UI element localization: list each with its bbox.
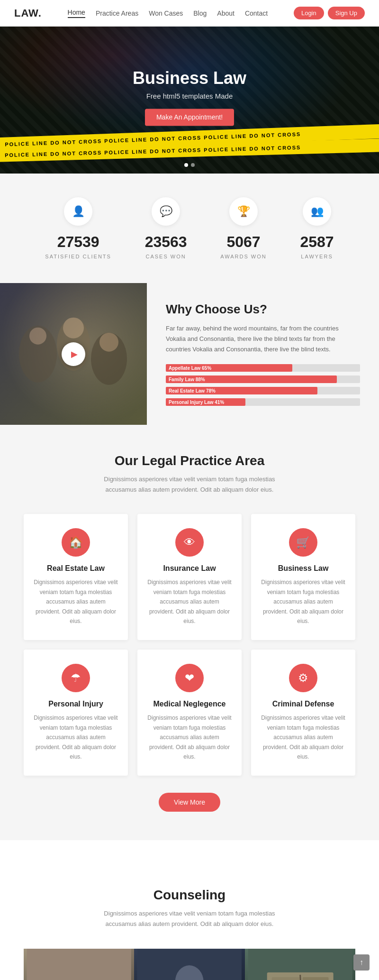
practice-subtitle: Dignissimos asperiores vitae velit venia… <box>90 474 289 495</box>
appellate-label: Appellate Law 65% <box>169 366 211 371</box>
criminal-icon: ⚙ <box>289 664 317 692</box>
awards-icon: 🏆 <box>229 197 258 226</box>
cases-icon: 💬 <box>152 197 180 226</box>
nav-blog[interactable]: Blog <box>193 9 207 17</box>
counseling-subtitle: Dignissimos asperiores vitae velit venia… <box>90 908 289 929</box>
personal-injury-title: Personal Injury <box>33 700 118 708</box>
nav-buttons: Login Sign Up <box>294 7 365 19</box>
cases-label: CASES WON <box>145 254 187 259</box>
card-insurance: 👁 Insurance Law Dignissimos asperiores v… <box>137 514 242 640</box>
play-button[interactable] <box>62 342 85 366</box>
svg-rect-10 <box>27 949 131 980</box>
progress-family: Family Law 88% <box>166 376 360 383</box>
why-title: Why Choose Us? <box>166 302 360 317</box>
awards-number: 5067 <box>220 233 266 251</box>
medical-desc: Dignissimos asperiores vitae velit venia… <box>147 713 232 761</box>
counseling-title: Counseling <box>24 888 355 903</box>
hero-subtitle: Free html5 templates Made <box>133 92 246 100</box>
nav-contact[interactable]: Contact <box>245 9 268 17</box>
counsel-bg-2 <box>134 949 244 980</box>
svg-rect-14 <box>137 949 242 980</box>
card-real-estate: 🏠 Real Estate Law Dignissimos asperiores… <box>24 514 128 640</box>
progress-bars: Appellate Law 65% Family Law 88% Real Es… <box>166 364 360 406</box>
personal-injury-icon: ☂ <box>62 664 90 692</box>
realestate-label: Real Estate Law 78% <box>169 388 216 394</box>
view-more-button[interactable]: View More <box>159 793 220 812</box>
criminal-desc: Dignissimos asperiores vitae velit venia… <box>261 713 346 761</box>
svg-point-4 <box>29 328 46 345</box>
practice-cards: 🏠 Real Estate Law Dignissimos asperiores… <box>24 514 355 776</box>
insurance-title: Insurance Law <box>147 564 232 573</box>
business-icon: 🛒 <box>289 528 317 557</box>
lawyers-number: 2587 <box>300 233 334 251</box>
family-label: Family Law 88% <box>169 377 205 382</box>
svg-rect-20 <box>248 949 352 980</box>
lawyers-icon: 👥 <box>303 197 331 226</box>
awards-label: AWARDS WON <box>220 254 266 259</box>
real-estate-desc: Dignissimos asperiores vitae velit venia… <box>33 577 118 626</box>
real-estate-icon: 🏠 <box>62 528 90 557</box>
nav-links: Home Practice Areas Won Cases Blog About… <box>68 9 268 18</box>
hero-content: Business Law Free html5 templates Made M… <box>133 68 246 126</box>
nav-home[interactable]: Home <box>68 9 85 18</box>
hero-title: Business Law <box>133 68 246 88</box>
counseling-cards: Business Business CEO: John Doe Legal <box>24 949 355 980</box>
medical-title: Medical Neglegence <box>147 700 232 708</box>
personal-injury-desc: Dignissimos asperiores vitae velit venia… <box>33 713 118 761</box>
business-title: Business Law <box>261 564 346 573</box>
login-button[interactable]: Login <box>294 7 324 19</box>
card-criminal: ⚙ Criminal Defense Dignissimos asperiore… <box>251 650 355 776</box>
clients-number: 27539 <box>45 233 111 251</box>
why-section: Why Choose Us? Far far away, behind the … <box>0 283 379 425</box>
counsel-card-business: Business Business CEO: John Doe <box>24 949 134 980</box>
stat-awards: 🏆 5067 AWARDS WON <box>220 197 266 259</box>
progress-realestate: Real Estate Law 78% <box>166 387 360 394</box>
insurance-desc: Dignissimos asperiores vitae velit venia… <box>147 577 232 626</box>
clients-icon: 👤 <box>64 197 92 226</box>
signup-button[interactable]: Sign Up <box>328 7 365 19</box>
clients-label: SATISFIED CLIENTS <box>45 254 111 259</box>
real-estate-title: Real Estate Law <box>33 564 118 573</box>
appointment-button[interactable]: Make An Appointment! <box>145 109 234 126</box>
insurance-icon: 👁 <box>175 528 204 557</box>
nav-practice-areas[interactable]: Practice Areas <box>96 9 138 17</box>
why-content: Why Choose Us? Far far away, behind the … <box>147 283 379 425</box>
spacer-1 <box>0 840 379 859</box>
dot-1[interactable] <box>184 163 188 167</box>
progress-personalinjury: Personal Injury Law 41% <box>166 398 360 406</box>
why-description: Far far away, behind the word mountains,… <box>166 323 360 355</box>
card-business: 🛒 Business Law Dignissimos asperiores vi… <box>251 514 355 640</box>
card-personal-injury: ☂ Personal Injury Dignissimos asperiores… <box>24 650 128 776</box>
stat-clients: 👤 27539 SATISFIED CLIENTS <box>45 197 111 259</box>
criminal-title: Criminal Defense <box>261 700 346 708</box>
svg-point-5 <box>99 333 118 352</box>
counsel-bg-1: Business <box>24 949 134 980</box>
stat-cases: 💬 23563 CASES WON <box>145 197 187 259</box>
business-desc: Dignissimos asperiores vitae velit venia… <box>261 577 346 626</box>
counsel-bg-3 <box>245 949 355 980</box>
navbar: LAW. Home Practice Areas Won Cases Blog … <box>0 0 379 27</box>
counsel-card-legal: Legal Advice Atty: John Doe <box>134 949 244 980</box>
stat-lawyers: 👥 2587 LAWYERS <box>300 197 334 259</box>
nav-won-cases[interactable]: Won Cases <box>149 9 183 17</box>
dot-2[interactable] <box>191 163 195 167</box>
lawyers-label: LAWYERS <box>300 254 334 259</box>
progress-appellate: Appellate Law 65% <box>166 364 360 372</box>
cases-number: 23563 <box>145 233 187 251</box>
counsel-card-bible: Read Bible Ptr: John Doe <box>245 949 355 980</box>
counseling-section: Counseling Dignissimos asperiores vitae … <box>0 859 379 980</box>
svg-point-2 <box>63 318 84 339</box>
medical-icon: ❤ <box>175 664 204 692</box>
hero-section: POLICE LINE DO NOT CROSS POLICE LINE DO … <box>0 27 379 174</box>
card-medical: ❤ Medical Neglegence Dignissimos asperio… <box>137 650 242 776</box>
nav-about[interactable]: About <box>217 9 235 17</box>
scroll-top-button[interactable]: ↑ <box>353 954 370 971</box>
personalinjury-label: Personal Injury Law 41% <box>169 400 224 405</box>
nav-logo: LAW. <box>14 7 42 19</box>
view-more-wrap: View More <box>24 793 355 812</box>
hero-dots <box>184 163 195 167</box>
stats-section: 👤 27539 SATISFIED CLIENTS 💬 23563 CASES … <box>0 174 379 283</box>
practice-title: Our Legal Practice Area <box>24 453 355 468</box>
why-image <box>0 283 147 425</box>
practice-section: Our Legal Practice Area Dignissimos aspe… <box>0 425 379 840</box>
